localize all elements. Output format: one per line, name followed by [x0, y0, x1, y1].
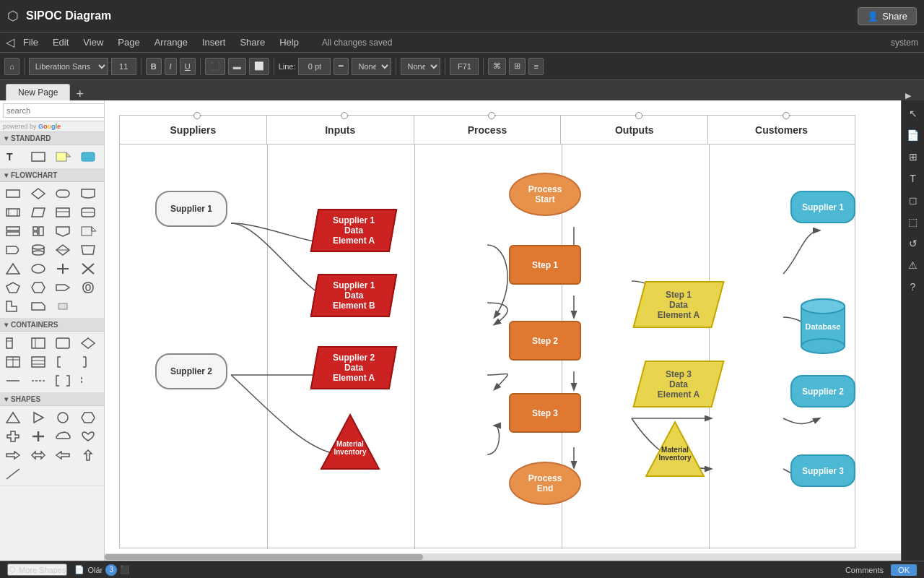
zoom-input[interactable]: [450, 58, 479, 75]
menu-share[interactable]: Share: [234, 35, 271, 49]
shape-hexagon[interactable]: [28, 279, 48, 296]
line-style-select[interactable]: None: [352, 58, 391, 75]
section-shapes[interactable]: ▾ SHAPES: [0, 393, 104, 406]
customer-2-shape[interactable]: Supplier 2: [790, 375, 855, 407]
shape-decision[interactable]: [28, 185, 48, 202]
shape-rtriangle-s[interactable]: [28, 409, 48, 426]
step-2-shape[interactable]: Step 2: [509, 321, 581, 361]
shape-cloud-s[interactable]: [53, 428, 73, 445]
shape-table2[interactable]: [28, 353, 48, 371]
supplier-1-shape[interactable]: Supplier 1: [155, 191, 227, 227]
shape-triangle-fc[interactable]: [3, 260, 23, 277]
handle-process[interactable]: [488, 112, 495, 119]
shape-dotted-h[interactable]: [28, 372, 48, 389]
shape-container-diamond[interactable]: [78, 335, 98, 352]
horizontal-scrollbar[interactable]: [105, 553, 901, 561]
menu-page[interactable]: Page: [112, 35, 145, 49]
shape-circle-s[interactable]: [53, 409, 73, 426]
section-standard[interactable]: ▾ STANDARD: [0, 132, 104, 145]
shape-cyan-std[interactable]: [78, 148, 98, 165]
shape-pentagon[interactable]: [3, 279, 23, 296]
shape-arrow-both-s[interactable]: [28, 447, 48, 464]
grid-tool-btn[interactable]: ⊞: [905, 148, 922, 165]
align-right-btn[interactable]: ⬜: [249, 58, 269, 75]
shape-heart-s[interactable]: [78, 428, 98, 445]
align-left-btn[interactable]: ⬛: [205, 58, 225, 75]
shape-rect-std[interactable]: [28, 148, 48, 165]
database-shape-container[interactable]: Database: [794, 296, 852, 357]
shape-tool-btn[interactable]: ◻: [905, 191, 922, 209]
shape-bracket-r[interactable]: [78, 353, 98, 371]
shape-arrow-up-s[interactable]: [78, 447, 98, 464]
arrow-start-select[interactable]: None: [401, 58, 440, 75]
input-2-shape[interactable]: Supplier 1DataElement B: [310, 274, 398, 317]
section-containers[interactable]: ▾ CONTAINERS: [0, 319, 104, 332]
shape-swimlane-h[interactable]: [28, 335, 48, 352]
customer-1-shape[interactable]: Supplier 1: [790, 191, 855, 223]
shape-oval-fc[interactable]: [28, 260, 48, 277]
canvas-area[interactable]: Suppliers Inputs Process Outputs Custome…: [105, 100, 901, 561]
menu-file[interactable]: File: [17, 35, 44, 49]
shape-data[interactable]: [28, 204, 48, 221]
shape-table[interactable]: [3, 353, 23, 371]
process-start-shape[interactable]: ProcessStart: [509, 173, 581, 216]
shape-collate[interactable]: [78, 204, 98, 221]
shape-sort[interactable]: [3, 223, 23, 240]
menu-view[interactable]: View: [77, 35, 109, 49]
shape-line-s[interactable]: [3, 465, 23, 483]
shape-dotted-bracket[interactable]: [78, 372, 98, 389]
shape-subroutine[interactable]: [3, 204, 23, 221]
tab-add-btn[interactable]: +: [76, 87, 84, 100]
shape-triangle-s[interactable]: [3, 409, 23, 426]
shape-cross-s[interactable]: [3, 428, 23, 445]
handle-suppliers[interactable]: [193, 112, 201, 119]
output-2-shape[interactable]: Step 3DataElement A: [632, 361, 724, 407]
help-tool-btn[interactable]: ?: [905, 278, 922, 296]
shape-document[interactable]: [78, 185, 98, 202]
menu-arrange[interactable]: Arrange: [149, 35, 193, 49]
underline-btn[interactable]: U: [180, 58, 196, 75]
output-3-triangle-container[interactable]: MaterialInventory: [642, 418, 707, 483]
output-1-shape[interactable]: Step 1DataElement A: [632, 281, 724, 328]
shape-text[interactable]: T: [3, 148, 23, 165]
handle-inputs[interactable]: [341, 112, 348, 119]
shape-parallel[interactable]: [78, 241, 98, 259]
customer-3-shape[interactable]: Supplier 3: [790, 454, 855, 487]
undo-tool-btn[interactable]: ↺: [905, 235, 922, 252]
shape-arrow-right-s[interactable]: [3, 447, 23, 464]
shape-note2[interactable]: [78, 223, 98, 240]
shape-bracket-l[interactable]: [53, 353, 73, 371]
shape-offpage[interactable]: [53, 223, 73, 240]
shape-terminal[interactable]: [53, 185, 73, 202]
input-4-triangle-container[interactable]: MaterialInventory: [318, 411, 383, 476]
shape-x-fc[interactable]: [78, 260, 98, 277]
handle-customers[interactable]: [783, 112, 790, 119]
shape-plus-s[interactable]: [28, 428, 48, 445]
handle-outputs[interactable]: [635, 112, 642, 119]
shape-delay[interactable]: [3, 241, 23, 259]
toolbar-home-btn[interactable]: ⌂: [4, 58, 19, 75]
shape-donut[interactable]: [78, 279, 98, 296]
font-family-select[interactable]: Liberation Sans: [29, 58, 108, 75]
shape-internal[interactable]: [53, 241, 73, 259]
bold-btn[interactable]: B: [146, 58, 162, 75]
line-color-btn[interactable]: ━: [334, 58, 349, 75]
shape-swimlane-v[interactable]: [3, 335, 23, 352]
shape-folded[interactable]: [28, 298, 48, 315]
font-size-input[interactable]: [111, 58, 136, 75]
shape-container-rect[interactable]: [53, 335, 73, 352]
tab-nav-right[interactable]: ▶: [905, 91, 911, 100]
shape-line-h[interactable]: [3, 372, 23, 389]
shape-database[interactable]: [28, 241, 48, 259]
shape-arrowhead[interactable]: [53, 279, 73, 296]
text-tool-btn[interactable]: T: [905, 170, 922, 187]
shape-corner[interactable]: [3, 298, 23, 315]
extra-btn-1[interactable]: ⌘: [488, 58, 506, 75]
shape-merge[interactable]: [28, 223, 48, 240]
shape-bracket-both[interactable]: [53, 372, 73, 389]
shape-plus-fc[interactable]: [53, 260, 73, 277]
step-1-shape[interactable]: Step 1: [509, 245, 581, 285]
shape-process[interactable]: [3, 185, 23, 202]
align-center-btn[interactable]: ▬: [228, 58, 246, 75]
page-tool-btn[interactable]: 📄: [905, 126, 922, 144]
